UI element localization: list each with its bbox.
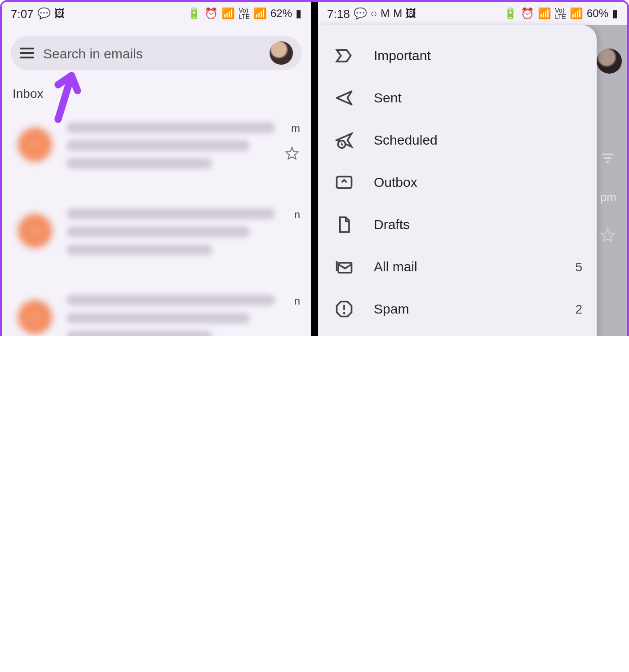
email-item[interactable]: n — [2, 192, 311, 279]
drawer-item-label: Outbox — [374, 174, 417, 190]
hamburger-menu-icon[interactable] — [20, 48, 34, 58]
inbox-label: Inbox — [13, 86, 311, 101]
star-icon — [598, 226, 616, 244]
scheduled-icon — [334, 130, 354, 150]
status-bar: 7:18 💬 ○ M M 🖼 🔋 ⏰ 📶 Vo)LTE 📶 60% ▮ — [318, 2, 627, 25]
status-bar: 7:07 💬 🖼 🔋 ⏰ 📶 Vo)LTE 📶 62% ▮ — [2, 2, 311, 25]
account-avatar[interactable] — [270, 41, 293, 65]
alarm-icon: ⏰ — [204, 7, 218, 20]
drawer-item-outbox[interactable]: Outbox — [318, 161, 597, 203]
important-icon — [334, 45, 354, 65]
drawer-item-label: Spam — [374, 301, 409, 316]
battery-percent: 62% — [270, 7, 292, 20]
star-icon[interactable] — [284, 146, 300, 162]
screen-inbox: 7:07 💬 🖼 🔋 ⏰ 📶 Vo)LTE 📶 62% ▮ Search in … — [2, 2, 314, 336]
battery-icon: ▮ — [296, 7, 302, 20]
signal-icon: 📶 — [253, 7, 267, 20]
filter-icon — [598, 149, 616, 167]
email-item[interactable]: n — [2, 279, 311, 336]
alarm-icon: ⏰ — [521, 7, 534, 20]
notif-chat-icon: 💬 — [37, 7, 51, 20]
notif-image-icon: 🖼 — [406, 7, 416, 20]
drawer-item-bin[interactable]: Bin5 — [318, 330, 597, 336]
drawer-item-label: Important — [374, 48, 431, 63]
drawer-item-label: Scheduled — [374, 132, 438, 147]
drawer-item-drafts[interactable]: Drafts — [318, 203, 597, 245]
search-bar[interactable]: Search in emails — [11, 36, 302, 70]
nav-drawer: ImportantSentScheduledOutboxDraftsAll ma… — [318, 25, 597, 336]
drawer-item-label: Sent — [374, 90, 402, 105]
wifi-icon: 📶 — [538, 7, 551, 20]
drawer-item-all-mail[interactable]: All mail5 — [318, 245, 597, 287]
battery-saver-icon: 🔋 — [504, 7, 517, 20]
screen-drawer: 7:18 💬 ○ M M 🖼 🔋 ⏰ 📶 Vo)LTE 📶 60% ▮ 40 p… — [314, 2, 627, 336]
battery-saver-icon: 🔋 — [187, 7, 201, 20]
drawer-item-label: All mail — [374, 259, 417, 274]
notif-whatsapp-icon: ○ — [371, 7, 377, 20]
spam-icon — [334, 299, 354, 318]
drawer-item-scheduled[interactable]: Scheduled — [318, 119, 597, 161]
volte-icon: Vo)LTE — [239, 7, 250, 20]
drawer-item-sent[interactable]: Sent — [318, 76, 597, 119]
drawer-item-count: 5 — [575, 259, 582, 274]
account-avatar — [597, 49, 622, 74]
allmail-icon — [334, 256, 354, 276]
notif-chat-icon: 💬 — [354, 7, 367, 20]
search-placeholder[interactable]: Search in emails — [43, 45, 261, 61]
notif-image-icon: 🖼 — [54, 7, 65, 20]
drawer-item-important[interactable]: Important — [318, 34, 597, 76]
drawer-item-count: 2 — [575, 301, 582, 316]
wifi-icon: 📶 — [221, 7, 235, 20]
signal-icon: 📶 — [570, 7, 583, 20]
drafts-icon — [334, 214, 354, 234]
status-time: 7:18 — [327, 7, 350, 20]
notif-gmail-icon: M — [393, 7, 402, 20]
volte-icon: Vo)LTE — [555, 7, 566, 20]
notif-gmail-icon: M — [381, 7, 390, 20]
email-list: m n n n n — [2, 106, 311, 336]
drawer-item-label: Drafts — [374, 217, 410, 232]
battery-icon: ▮ — [612, 7, 618, 20]
drawer-item-spam[interactable]: Spam2 — [318, 287, 597, 330]
outbox-icon — [334, 172, 354, 192]
email-item[interactable]: m — [2, 106, 311, 192]
status-time: 7:07 — [11, 7, 34, 20]
battery-percent: 60% — [587, 7, 608, 20]
sent-icon — [334, 88, 354, 107]
